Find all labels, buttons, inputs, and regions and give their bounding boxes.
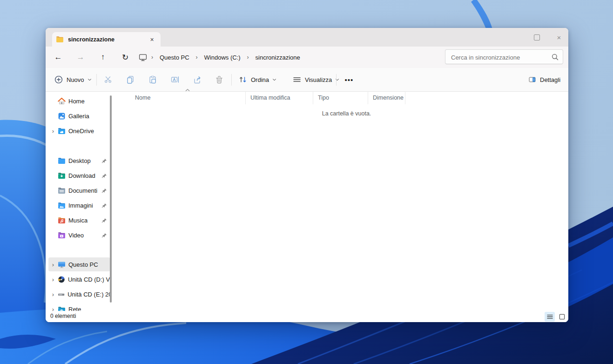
- large-icons-view-toggle[interactable]: [557, 312, 567, 322]
- breadcrumb-questo-pc[interactable]: Questo PC: [157, 53, 192, 62]
- sort-button[interactable]: Ordina: [236, 71, 280, 88]
- sort-icon: [238, 75, 248, 84]
- sidebar-item-cd-drive-e[interactable]: › Unità CD (E:) 202: [48, 287, 110, 301]
- tab-sincronizzazione[interactable]: sincronizzazione ×: [52, 32, 161, 47]
- column-header-label: Ultima modifica: [250, 94, 290, 101]
- sidebar-item-label: Video: [68, 232, 84, 239]
- new-button[interactable]: Nuovo: [51, 71, 95, 88]
- tab-title: sincronizzazione: [68, 36, 115, 43]
- breadcrumb-separator: ›: [151, 54, 153, 61]
- details-button-label: Dettagli: [540, 76, 560, 83]
- column-header-label: Nome: [135, 94, 150, 101]
- chevron-right-icon[interactable]: ›: [48, 291, 58, 298]
- breadcrumb-windows-c[interactable]: Windows (C:): [202, 53, 243, 62]
- sidebar-item-download[interactable]: Download: [48, 169, 110, 182]
- copy-icon: [126, 75, 135, 84]
- chevron-right-icon[interactable]: ›: [48, 128, 58, 135]
- sidebar-item-video[interactable]: Video: [48, 228, 110, 242]
- column-header-tipo[interactable]: Tipo: [313, 91, 368, 104]
- onedrive-folder-icon: [58, 127, 66, 135]
- cd-drive-e-icon: [58, 290, 65, 298]
- sidebar-scrollbar[interactable]: [110, 95, 112, 303]
- cut-button[interactable]: [100, 71, 116, 88]
- share-button[interactable]: [189, 71, 206, 88]
- sidebar-item-label: Desktop: [68, 157, 91, 164]
- tab-close-button[interactable]: ×: [147, 34, 157, 44]
- pin-icon: [101, 217, 107, 223]
- column-header-ultima-modifica[interactable]: Ultima modifica: [246, 91, 313, 104]
- more-options-button[interactable]: •••: [341, 71, 357, 88]
- videos-folder-icon: [58, 231, 66, 239]
- desktop-folder-icon: [58, 157, 66, 165]
- delete-button[interactable]: [211, 71, 228, 88]
- download-folder-icon: [58, 172, 66, 180]
- forward-button[interactable]: →: [73, 49, 88, 65]
- file-explorer-window: sincronizzazione × × ← → ↑ ↻ › Questo PC…: [46, 28, 568, 322]
- maximize-button[interactable]: [530, 31, 543, 44]
- column-header-label: Tipo: [318, 94, 329, 101]
- up-button[interactable]: ↑: [95, 49, 111, 65]
- pin-icon: [101, 173, 107, 178]
- copy-button[interactable]: [122, 71, 139, 88]
- pin-icon: [101, 202, 107, 208]
- this-pc-monitor-icon: [58, 261, 66, 269]
- details-pane-icon: [528, 76, 537, 83]
- gallery-icon: [58, 112, 66, 120]
- chevron-down-icon: [272, 78, 277, 81]
- list-view-toggle[interactable]: [545, 312, 555, 322]
- chevron-right-icon[interactable]: ›: [48, 276, 58, 283]
- pin-icon: [101, 232, 107, 238]
- toolbar-divider: [336, 74, 337, 86]
- toolbar-divider: [231, 74, 232, 86]
- sidebar-item-home[interactable]: Home: [48, 94, 110, 108]
- sidebar-item-galleria[interactable]: Galleria: [48, 109, 110, 123]
- cut-icon: [103, 75, 113, 84]
- column-header-label: Dimensione: [373, 94, 404, 101]
- sidebar-item-label: Questo PC: [68, 261, 98, 268]
- cd-drive-d-icon: [58, 276, 65, 283]
- view-lines-icon: [292, 75, 302, 84]
- back-button[interactable]: ←: [50, 49, 66, 65]
- column-header-dimensione[interactable]: Dimensione: [368, 91, 405, 104]
- documents-folder-icon: [58, 187, 66, 195]
- chevron-right-icon[interactable]: ›: [48, 261, 58, 268]
- pin-icon: [101, 158, 107, 163]
- empty-folder-message: La cartella è vuota.: [130, 110, 563, 117]
- home-icon: [58, 97, 66, 105]
- trash-icon: [215, 75, 224, 84]
- column-header-nome[interactable]: Nome: [130, 91, 246, 104]
- sidebar-item-label: Musica: [68, 217, 88, 224]
- sidebar-item-immagini[interactable]: Immagini: [48, 198, 110, 212]
- sidebar-item-desktop[interactable]: Desktop: [48, 154, 110, 168]
- refresh-button[interactable]: ↻: [117, 49, 133, 65]
- tab-bar: sincronizzazione × ×: [46, 28, 568, 47]
- sidebar-item-musica[interactable]: Musica: [48, 213, 110, 227]
- paste-icon: [148, 75, 157, 84]
- details-pane-button[interactable]: Dettagli: [525, 71, 566, 88]
- status-bar: 0 elementi: [46, 311, 568, 322]
- sidebar-item-cd-drive-d[interactable]: › Unità CD (D:) Vir: [48, 272, 110, 286]
- share-icon: [193, 75, 202, 84]
- view-button[interactable]: Visualizza: [290, 71, 343, 88]
- breadcrumb-separator: ›: [247, 54, 249, 61]
- plus-circle-icon: [54, 75, 63, 84]
- item-count: 0 elementi: [50, 313, 76, 319]
- view-button-label: Visualizza: [305, 76, 332, 83]
- maximize-icon: [534, 34, 540, 40]
- this-pc-icon[interactable]: [139, 54, 147, 61]
- sidebar-item-onedrive[interactable]: › OneDrive: [48, 124, 110, 138]
- sidebar-item-questo-pc[interactable]: › Questo PC: [48, 257, 110, 271]
- paste-button[interactable]: [144, 71, 161, 88]
- breadcrumb-separator: ›: [196, 54, 198, 61]
- new-button-label: Nuovo: [67, 76, 84, 83]
- breadcrumb-current-folder[interactable]: sincronizzazione: [253, 53, 303, 62]
- sort-button-label: Ordina: [251, 76, 269, 83]
- sidebar-item-documenti[interactable]: Documenti: [48, 183, 110, 197]
- pictures-folder-icon: [58, 202, 66, 209]
- sidebar-item-label: Galleria: [68, 113, 89, 120]
- list-view-icon: [547, 314, 553, 319]
- rename-button[interactable]: [167, 71, 183, 88]
- search-input[interactable]: [450, 50, 550, 64]
- window-close-button[interactable]: ×: [552, 31, 566, 44]
- search-box: [445, 49, 563, 64]
